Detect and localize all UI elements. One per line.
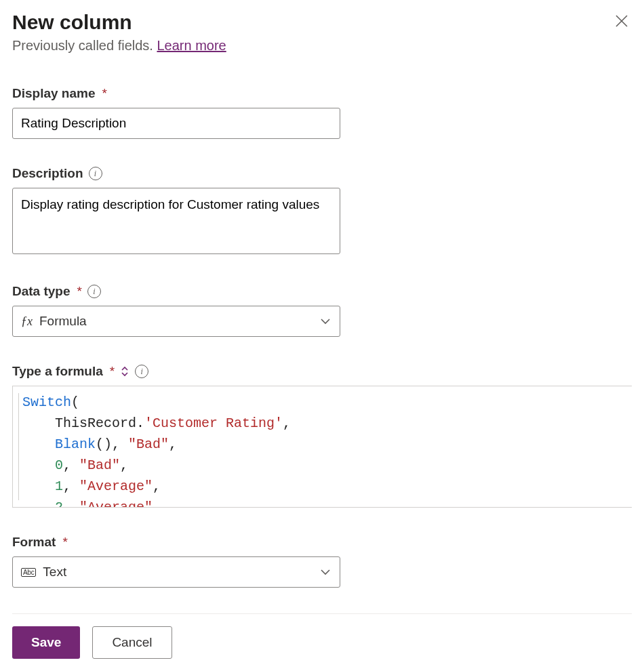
format-select[interactable]: Abc Text xyxy=(12,556,340,588)
display-name-label-text: Display name xyxy=(12,86,96,101)
field-data-type: Data type* i ƒx Formula xyxy=(12,284,632,337)
field-formula: Type a formula* i Switch( ThisRecord.'Cu… xyxy=(12,364,632,508)
field-description: Description i Display rating description… xyxy=(12,166,632,257)
close-button[interactable] xyxy=(611,11,632,31)
info-icon[interactable]: i xyxy=(87,285,101,298)
data-type-select[interactable]: ƒx Formula xyxy=(12,306,340,337)
data-type-label: Data type* i xyxy=(12,284,632,299)
panel-title: New column xyxy=(12,11,132,34)
chevron-down-icon xyxy=(319,315,331,327)
expand-collapse-icon[interactable] xyxy=(120,366,129,377)
required-indicator: * xyxy=(110,364,115,379)
required-indicator: * xyxy=(62,535,67,550)
text-icon: Abc xyxy=(21,568,36,577)
display-name-input[interactable] xyxy=(12,108,340,139)
format-label-text: Format xyxy=(12,535,56,550)
required-indicator: * xyxy=(102,86,107,101)
panel-subtitle: Previously called fields. Learn more xyxy=(12,38,632,54)
cancel-button[interactable]: Cancel xyxy=(92,626,172,659)
description-label-text: Description xyxy=(12,166,83,181)
formula-label: Type a formula* i xyxy=(12,364,632,379)
description-label: Description i xyxy=(12,166,632,181)
format-label: Format* xyxy=(12,535,632,550)
formula-label-text: Type a formula xyxy=(12,364,103,379)
format-value: Text xyxy=(43,565,66,580)
field-format: Format* Abc Text xyxy=(12,535,632,588)
required-indicator: * xyxy=(77,284,82,299)
save-button[interactable]: Save xyxy=(12,626,80,659)
formula-icon: ƒx xyxy=(21,314,33,329)
display-name-label: Display name* xyxy=(12,86,632,101)
learn-more-link[interactable]: Learn more xyxy=(157,38,226,53)
data-type-label-text: Data type xyxy=(12,284,71,299)
data-type-value: Formula xyxy=(39,314,87,329)
new-column-panel: New column Previously called fields. Lea… xyxy=(0,0,644,671)
info-icon[interactable]: i xyxy=(89,167,102,180)
info-icon[interactable]: i xyxy=(135,365,148,378)
panel-footer: Save Cancel xyxy=(12,613,632,671)
chevron-down-icon xyxy=(319,566,331,578)
subtitle-text: Previously called fields. xyxy=(12,38,157,53)
close-icon xyxy=(614,14,629,28)
panel-header: New column xyxy=(12,11,632,34)
formula-editor[interactable]: Switch( ThisRecord.'Customer Rating', Bl… xyxy=(12,386,632,508)
description-input[interactable]: Display rating description for Customer … xyxy=(12,188,340,254)
field-display-name: Display name* xyxy=(12,86,632,139)
